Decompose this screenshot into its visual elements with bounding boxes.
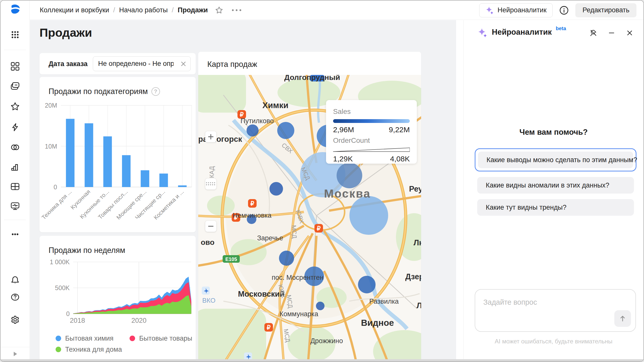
settings-icon[interactable] <box>10 314 21 325</box>
svg-text:Немчиновка: Немчиновка <box>233 212 272 219</box>
notifications-icon[interactable] <box>10 275 21 286</box>
date-filter-label: Дата заказа <box>49 60 88 68</box>
svg-text:МСД: МСД <box>291 225 298 239</box>
weekly-area-chart[interactable]: 0500K1 000K20182020 <box>39 236 196 331</box>
map-viewport[interactable]: ₽₽₽₽₽E105ДолгопрудныйХимкиПутилковорасно… <box>198 75 421 361</box>
ai-disclaimer: AI может ошибаться, будьте внимательны <box>464 338 643 345</box>
svg-text:₽: ₽ <box>267 324 270 331</box>
suggestion-chip-focused[interactable]: Какие выводы можно сделать по этим данны… <box>475 148 636 171</box>
minimize-icon[interactable] <box>608 29 615 37</box>
clear-filter-icon[interactable] <box>180 60 187 67</box>
svg-text:Развилка: Развилка <box>369 298 399 305</box>
svg-text:10M: 10M <box>45 143 57 150</box>
map-title-bar: Карта продаж <box>198 52 421 75</box>
svg-text:Люб: Люб <box>414 238 421 247</box>
svg-text:Долгопрудный: Долгопрудный <box>284 75 340 81</box>
sales-legend-label: Sales <box>333 108 410 116</box>
close-icon[interactable] <box>626 29 633 37</box>
send-button[interactable] <box>614 310 631 327</box>
ordercount-min: 1,29K <box>333 155 353 163</box>
svg-text:Реуто: Реуто <box>409 185 421 193</box>
top-bar: Коллекции и воркбуки / Начало работы / П… <box>30 1 643 20</box>
weekly-chart-legend: Бытовая химия Бытовые товары Техника для… <box>56 333 192 355</box>
breadcrumb-collections[interactable]: Коллекции и воркбуки <box>40 6 109 14</box>
svg-text:₽: ₽ <box>250 200 254 207</box>
svg-text:Ль: Ль <box>417 301 421 310</box>
neuroanalyst-panel: Нейроаналитик beta Чем вам помочь? Какие… <box>463 20 643 361</box>
map-legend: Sales 2,96M 9,22M OrderCount 1,29K 4,08K <box>326 100 417 164</box>
favorite-star-icon[interactable] <box>215 6 223 15</box>
sales-max: 9,22M <box>389 125 410 134</box>
svg-text:₽: ₽ <box>317 225 320 232</box>
collections-icon[interactable] <box>10 80 21 92</box>
connections-icon[interactable] <box>10 122 21 133</box>
dashboard-area: Продажи Дата заказа Не определено - Не о… <box>30 20 456 361</box>
page-title: Продажи <box>39 26 92 39</box>
sales-min: 2,96M <box>333 125 354 134</box>
svg-text:ВКО: ВКО <box>202 297 215 304</box>
question-input-placeholder: Задайте вопрос <box>483 298 537 306</box>
svg-text:Коммунарка: Коммунарка <box>279 310 318 318</box>
suggestion-chips: Какие выводы можно сделать по этим данны… <box>475 148 636 216</box>
legend-item[interactable]: Бытовая химия <box>56 333 113 343</box>
legend-item[interactable]: Бытовые товары <box>130 333 192 343</box>
breadcrumb-separator: / <box>172 6 174 14</box>
arrow-up-icon <box>619 315 626 322</box>
favorites-icon[interactable] <box>10 101 21 112</box>
map-zoom-slider-handle[interactable] <box>205 178 216 190</box>
suggestion-chip[interactable]: Какие видны аномалии в этих данных? <box>477 177 634 194</box>
all-services-icon[interactable] <box>10 29 21 40</box>
assistant-header: Нейроаналитик beta <box>464 20 643 44</box>
monitoring-icon[interactable] <box>10 201 21 212</box>
breadcrumb: Коллекции и воркбуки / Начало работы / П… <box>40 1 241 20</box>
svg-text:0: 0 <box>66 310 70 317</box>
more-actions-icon[interactable] <box>232 9 241 11</box>
legend-item[interactable]: Техника для дома <box>56 344 122 354</box>
left-sidebar <box>1 1 30 362</box>
svg-text:20M: 20M <box>45 102 57 109</box>
date-filter-input[interactable]: Не определено - Не определено <box>93 56 191 71</box>
edit-button[interactable]: Редактировать <box>575 3 636 17</box>
legend-dot-pink <box>130 336 135 341</box>
map-zoom-out-button[interactable] <box>205 221 216 232</box>
bar-chart[interactable]: 010M20MТехника для ...КухоннаяКухонные т… <box>39 77 196 232</box>
svg-text:500K: 500K <box>55 284 70 291</box>
suggestion-chip[interactable]: Какие тут видны тренды? <box>477 199 634 216</box>
unpin-icon[interactable] <box>590 29 597 37</box>
tables-icon[interactable] <box>10 181 21 192</box>
sidebar-expand-button[interactable] <box>1 347 29 360</box>
charts-icon[interactable] <box>10 161 21 172</box>
sales-map-card: Карта продаж <box>198 52 421 361</box>
sales-gradient-bar <box>333 119 410 123</box>
map-zoom-in-button[interactable] <box>205 131 216 142</box>
breadcrumb-getting-started[interactable]: Начало работы <box>119 6 168 14</box>
svg-text:Видное: Видное <box>361 318 394 328</box>
neuroanalyst-button-label: Нейроаналитик <box>498 6 547 14</box>
svg-text:Московский: Московский <box>238 290 285 298</box>
svg-text:Путилково: Путилково <box>240 117 274 125</box>
date-filter-card: Дата заказа Не определено - Не определен… <box>39 53 196 74</box>
dashboards-icon[interactable] <box>10 61 21 72</box>
svg-text:пос. Мосрентген: пос. Мосрентген <box>272 274 324 281</box>
play-icon <box>12 351 18 357</box>
datasets-icon[interactable] <box>10 142 21 153</box>
neuroanalyst-button[interactable]: Нейроаналитик <box>479 3 553 17</box>
more-services-icon[interactable] <box>10 229 21 240</box>
map-title: Карта продаж <box>207 60 257 69</box>
help-icon[interactable] <box>10 292 21 303</box>
svg-text:0: 0 <box>54 184 57 191</box>
svg-text:1 000K: 1 000K <box>50 258 70 265</box>
bottom-scrollbar-track[interactable] <box>1 359 643 361</box>
info-icon[interactable] <box>559 6 569 15</box>
legend-dot-blue <box>56 336 61 341</box>
app-window: Коллекции и воркбуки / Начало работы / П… <box>0 0 644 362</box>
ordercount-legend-label: OrderCount <box>333 137 410 145</box>
question-input[interactable]: Задайте вопрос <box>475 289 636 332</box>
datalens-logo-icon[interactable] <box>10 4 21 15</box>
sparkle-icon <box>486 6 494 15</box>
svg-text:Химки: Химки <box>262 101 289 110</box>
svg-text:₽: ₽ <box>240 111 244 118</box>
svg-text:Заречье: Заречье <box>257 234 283 242</box>
svg-text:Москва: Москва <box>324 187 371 200</box>
date-filter-value: Не определено - Не определено <box>98 60 174 68</box>
